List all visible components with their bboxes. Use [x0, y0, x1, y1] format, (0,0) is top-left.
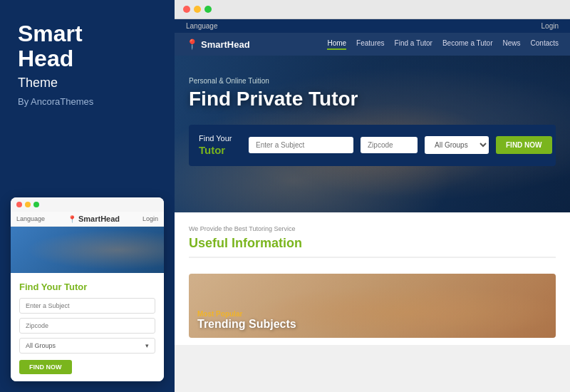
mobile-pin-icon: 📍: [68, 215, 76, 223]
dot-green: [33, 202, 39, 207]
hero-tagline: Personal & Online Tuition: [189, 77, 556, 85]
nav-link-news[interactable]: News: [503, 39, 521, 50]
hero-section: Personal & Online Tuition Find Private T…: [175, 56, 570, 212]
mobile-logo-text: SmartHead: [78, 215, 120, 223]
search-zipcode-input[interactable]: [361, 137, 418, 153]
dot-red: [16, 202, 22, 207]
mobile-hero-bg: [11, 227, 164, 273]
nav-link-features[interactable]: Features: [356, 39, 384, 50]
mobile-preview-card: Language 📍 SmartHead Login Find Your Tut…: [11, 197, 164, 381]
mobile-nav-bar: Language 📍 SmartHead Login: [11, 212, 164, 227]
mobile-subject-input[interactable]: [19, 298, 155, 314]
browser-dot-red: [183, 6, 190, 13]
logo-text: SmartHead: [201, 39, 250, 50]
browser-dot-yellow: [194, 6, 201, 13]
website-logo: 📍 SmartHead: [186, 38, 250, 50]
hero-title: Find Private Tutor: [189, 88, 556, 110]
mobile-content: Find Your Tutor All Groups ▾ FIND NOW: [11, 273, 164, 381]
trending-card: Most Popular Trending Subjects: [189, 274, 556, 338]
search-bar: Find Your Tutor All Groups FIND NOW: [189, 125, 556, 166]
website-language: Language: [186, 22, 218, 30]
sidebar: Smart Head Theme By AncoraThemes Languag…: [0, 0, 175, 392]
mobile-find-button[interactable]: FIND NOW: [19, 360, 72, 374]
browser-dot-green: [204, 6, 212, 13]
search-groups-select[interactable]: All Groups: [425, 136, 489, 154]
bottom-row: Most Popular Trending Subjects: [175, 274, 570, 345]
website-top-bar: Language Login: [175, 19, 570, 33]
logo-pin-icon: 📍: [186, 38, 198, 50]
nav-links: Home Features Find a Tutor Become a Tuto…: [327, 39, 559, 50]
main-area: Language Login 📍 SmartHead Home Features…: [175, 0, 570, 392]
useful-tagline: We Provide the Best Tutoring Service: [189, 225, 556, 232]
mobile-logo-row: 📍 SmartHead: [68, 215, 120, 223]
mobile-find-label: Find Your Tutor: [19, 282, 155, 292]
mobile-groups-select[interactable]: All Groups ▾: [19, 338, 155, 354]
useful-title: Useful Information: [189, 236, 556, 258]
website-main-nav: 📍 SmartHead Home Features Find a Tutor B…: [175, 33, 570, 56]
mobile-hero: [11, 227, 164, 273]
search-subject-input[interactable]: [249, 137, 353, 153]
nav-link-find-tutor[interactable]: Find a Tutor: [395, 39, 432, 50]
window-dots: [11, 197, 164, 212]
brand-subtitle: Theme: [18, 76, 157, 91]
dot-yellow: [25, 202, 31, 207]
trending-label: Most Popular: [197, 310, 296, 318]
nav-link-contacts[interactable]: Contacts: [531, 39, 559, 50]
browser-chrome: [175, 0, 570, 19]
website-login: Login: [542, 22, 559, 30]
brand-title: Smart Head: [18, 21, 157, 71]
mobile-login: Login: [142, 215, 158, 222]
hero-text: Personal & Online Tuition Find Private T…: [175, 56, 570, 110]
search-find-label: Find Your Tutor: [199, 133, 242, 158]
brand-by: By AncoraThemes: [18, 96, 157, 107]
nav-link-become-tutor[interactable]: Become a Tutor: [442, 39, 493, 50]
trending-text: Most Popular Trending Subjects: [197, 310, 296, 331]
trending-image: Most Popular Trending Subjects: [189, 274, 556, 338]
mobile-language: Language: [16, 215, 45, 222]
useful-section: We Provide the Best Tutoring Service Use…: [175, 212, 570, 274]
mobile-zipcode-input[interactable]: [19, 318, 155, 334]
search-find-button[interactable]: FIND NOW: [496, 136, 552, 154]
trending-title: Trending Subjects: [197, 318, 296, 331]
website-content: Language Login 📍 SmartHead Home Features…: [175, 19, 570, 387]
nav-link-home[interactable]: Home: [327, 39, 346, 50]
